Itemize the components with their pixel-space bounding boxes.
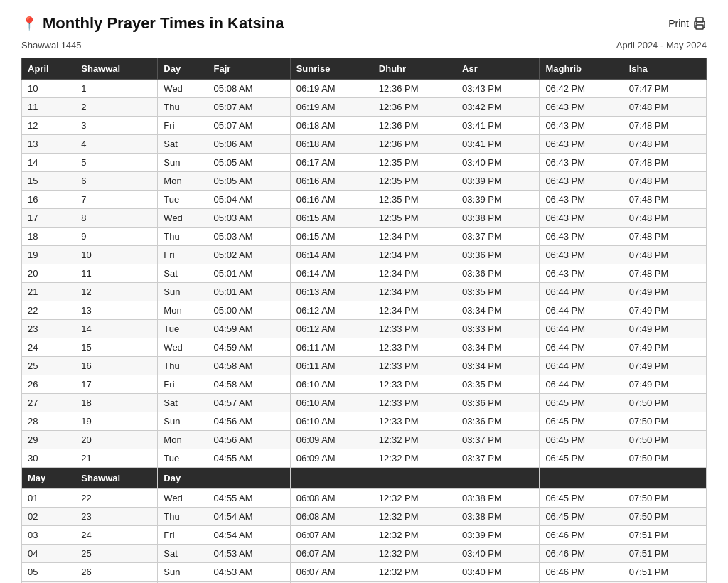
table-row: 24 15 Wed 04:59 AM 06:11 AM 12:33 PM 03:… [22,338,707,357]
col-shawwal: Shawwal [75,58,158,80]
printer-icon [692,17,707,30]
may-header-row: May Shawwal Day [22,468,707,489]
table-row: 02 23 Thu 04:54 AM 06:08 AM 12:32 PM 03:… [22,508,707,526]
table-row: 16 7 Tue 05:04 AM 06:16 AM 12:35 PM 03:3… [22,191,707,209]
table-row: 19 10 Fri 05:02 AM 06:14 AM 12:34 PM 03:… [22,246,707,264]
sub-header: Shawwal 1445 April 2024 - May 2024 [21,40,707,50]
table-row: 28 19 Sun 04:56 AM 06:10 AM 12:33 PM 03:… [22,412,707,431]
table-row: 12 3 Fri 05:07 AM 06:18 AM 12:36 PM 03:4… [22,117,707,135]
table-row: 29 20 Mon 04:56 AM 06:09 AM 12:32 PM 03:… [22,431,707,449]
col-day: Day [158,58,208,80]
table-row: 05 26 Sun 04:53 AM 06:07 AM 12:32 PM 03:… [22,563,707,582]
page-header: 📍 Monthly Prayer Times in Katsina Print [21,14,707,33]
print-button[interactable]: Print [668,17,707,30]
title-area: 📍 Monthly Prayer Times in Katsina [21,14,284,33]
print-label: Print [668,18,689,29]
april-header-row: April Shawwal Day Fajr Sunrise Dhuhr Asr… [22,58,707,80]
svg-rect-2 [696,25,703,29]
col-asr: Asr [456,58,540,80]
col-april: April [22,58,75,80]
col-fajr: Fajr [208,58,290,80]
col-sunrise: Sunrise [290,58,373,80]
table-row: 25 16 Thu 04:58 AM 06:11 AM 12:33 PM 03:… [22,357,707,375]
prayer-times-table: April Shawwal Day Fajr Sunrise Dhuhr Asr… [21,58,707,583]
table-row: 03 24 Fri 04:54 AM 06:07 AM 12:32 PM 03:… [22,526,707,545]
table-row: 10 1 Wed 05:08 AM 06:19 AM 12:36 PM 03:4… [22,80,707,98]
col-dhuhr: Dhuhr [373,58,456,80]
table-row: 21 12 Sun 05:01 AM 06:13 AM 12:34 PM 03:… [22,283,707,301]
table-row: 30 21 Tue 04:55 AM 06:09 AM 12:32 PM 03:… [22,449,707,468]
table-row: 01 22 Wed 04:55 AM 06:08 AM 12:32 PM 03:… [22,489,707,508]
shawwal-label: Shawwal 1445 [21,40,82,50]
table-row: 22 13 Mon 05:00 AM 06:12 AM 12:34 PM 03:… [22,301,707,320]
may-col-shawwal: Shawwal [75,468,158,489]
table-row: 17 8 Wed 05:03 AM 06:15 AM 12:35 PM 03:3… [22,209,707,228]
location-icon: 📍 [21,16,37,31]
table-row: 04 25 Sat 04:53 AM 06:07 AM 12:32 PM 03:… [22,545,707,563]
may-col-month: May [22,468,75,489]
col-maghrib: Maghrib [540,58,623,80]
col-isha: Isha [623,58,706,80]
table-row: 14 5 Sun 05:05 AM 06:17 AM 12:35 PM 03:4… [22,154,707,172]
date-range: April 2024 - May 2024 [616,40,707,50]
table-row: 27 18 Sat 04:57 AM 06:10 AM 12:33 PM 03:… [22,394,707,412]
table-row: 18 9 Thu 05:03 AM 06:15 AM 12:34 PM 03:3… [22,228,707,246]
page-title: Monthly Prayer Times in Katsina [43,14,284,33]
table-row: 20 11 Sat 05:01 AM 06:14 AM 12:34 PM 03:… [22,264,707,283]
table-row: 23 14 Tue 04:59 AM 06:12 AM 12:33 PM 03:… [22,320,707,338]
table-row: 26 17 Fri 04:58 AM 06:10 AM 12:33 PM 03:… [22,375,707,394]
may-col-day: Day [158,468,208,489]
table-row: 13 4 Sat 05:06 AM 06:18 AM 12:36 PM 03:4… [22,135,707,154]
table-row: 11 2 Thu 05:07 AM 06:19 AM 12:36 PM 03:4… [22,98,707,117]
svg-point-3 [696,23,697,24]
table-row: 15 6 Mon 05:05 AM 06:16 AM 12:35 PM 03:3… [22,172,707,191]
